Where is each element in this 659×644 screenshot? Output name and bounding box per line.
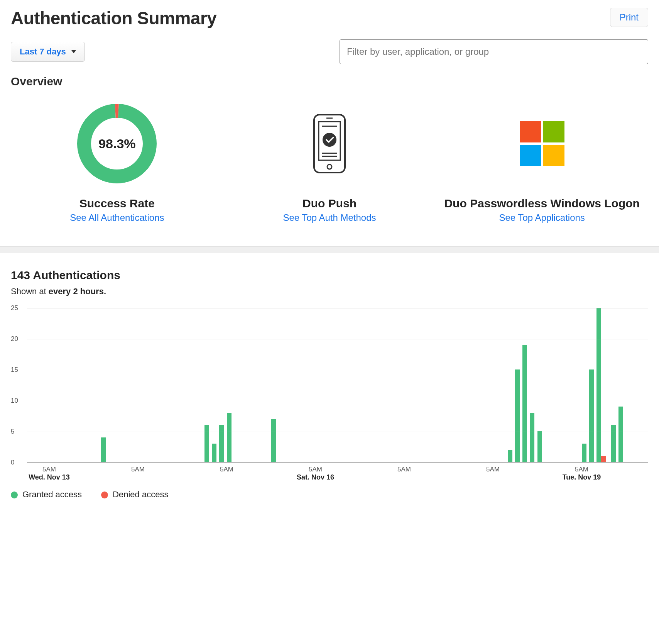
y-tick: 15 [11,366,18,374]
x-tick: 5AMSat. Nov 16 [297,466,334,481]
legend-granted: Granted access [11,490,82,500]
bar-granted [271,419,276,462]
success-rate-donut-icon: 98.3% [74,101,159,186]
y-tick: 10 [11,397,18,405]
y-tick: 20 [11,335,18,343]
bar-granted [596,308,601,462]
filter-input[interactable] [340,39,648,64]
see-top-auth-methods-link[interactable]: See Top Auth Methods [283,212,376,223]
page-title: Authentication Summary [11,8,216,29]
y-tick: 5 [11,428,14,436]
bar-granted [589,369,594,462]
x-tick: 5AMTue. Nov 19 [563,466,601,481]
see-all-authentications-link[interactable]: See All Authentications [70,212,164,223]
card-title: Duo Push [223,197,436,210]
microsoft-logo-icon [520,121,564,166]
svg-point-8 [327,164,332,169]
svg-point-7 [323,133,336,147]
auth-chart: 0510152025 5AMWed. Nov 135AM5AM5AMSat. N… [11,308,648,478]
card-windows-logon: Duo Passwordless Windows Logon See Top A… [436,97,648,223]
bar-granted [618,407,623,462]
card-success-rate: 98.3% Success Rate See All Authenticatio… [11,97,223,223]
bar-granted [515,369,520,462]
bar-granted [227,413,231,462]
x-tick: 5AM [397,466,411,473]
card-title: Success Rate [11,197,223,210]
bar-granted [508,450,512,462]
date-range-label: Last 7 days [20,47,66,57]
y-tick: 25 [11,304,18,312]
y-tick: 0 [11,459,14,466]
see-top-applications-link[interactable]: See Top Applications [499,212,585,223]
interval-text: Shown at every 2 hours. [11,286,648,297]
bar-granted [101,437,106,462]
legend-denied: Denied access [101,490,168,500]
bar-granted [522,345,527,462]
bar-granted [219,425,224,462]
x-tick: 5AMWed. Nov 13 [29,466,70,481]
bar-granted [582,444,586,462]
x-tick: 5AM [486,466,500,473]
chevron-down-icon [71,50,76,53]
auth-count-heading: 143 Authentications [11,269,648,282]
overview-row: 98.3% Success Rate See All Authenticatio… [11,97,648,223]
bar-granted [530,413,534,462]
overview-heading: Overview [11,75,648,88]
bar-granted [537,431,542,462]
date-range-dropdown[interactable]: Last 7 days [11,42,85,62]
x-tick: 5AM [220,466,233,473]
card-duo-push: Duo Push See Top Auth Methods [223,97,436,223]
bar-granted [204,425,209,462]
success-rate-value: 98.3% [98,136,135,151]
bar-granted [212,444,216,462]
bar-granted [611,425,616,462]
bar-denied [601,456,606,462]
x-tick: 5AM [131,466,145,473]
section-divider [0,246,659,253]
card-title: Duo Passwordless Windows Logon [436,197,648,210]
print-button[interactable]: Print [610,8,648,27]
phone-checkmark-icon [310,113,349,175]
chart-legend: Granted access Denied access [11,490,648,500]
